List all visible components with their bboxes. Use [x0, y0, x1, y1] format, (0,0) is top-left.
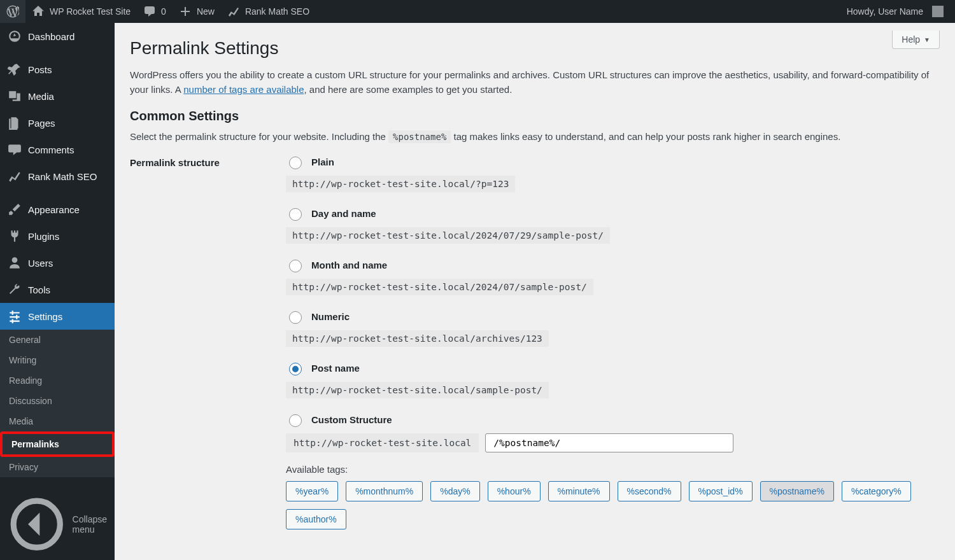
option-label[interactable]: Numeric — [311, 311, 350, 322]
tag-category[interactable]: %category% — [842, 481, 911, 501]
sidebar-item-rankmath[interactable]: Rank Math SEO — [0, 163, 115, 190]
sample-post-name: http://wp-rocket-test-site.local/sample-… — [286, 382, 549, 398]
postname-tag-code: %postname% — [388, 130, 451, 143]
sidebar-item-plugins[interactable]: Plugins — [0, 223, 115, 249]
option-custom: Custom Structure http://wp-rocket-test-s… — [286, 412, 940, 529]
tag-author[interactable]: %author% — [286, 509, 346, 529]
sidebar-item-users[interactable]: Users — [0, 249, 115, 276]
option-label[interactable]: Custom Structure — [311, 414, 392, 425]
home-icon — [32, 5, 45, 18]
help-label: Help — [902, 34, 920, 45]
rankmath-menu[interactable]: Rank Math SEO — [221, 0, 316, 23]
user-icon — [8, 256, 22, 270]
admin-sidebar: Dashboard Posts Media Pages Comments Ran… — [0, 23, 115, 560]
tag-year[interactable]: %year% — [286, 481, 338, 501]
admin-top-bar: WP Rocket Test Site 0 New Rank Math SEO … — [0, 0, 955, 23]
settings-submenu: General Writing Reading Discussion Media… — [0, 330, 115, 477]
custom-structure-input[interactable] — [485, 433, 733, 452]
tag-hour[interactable]: %hour% — [488, 481, 541, 501]
page-title: Permalink Settings — [130, 38, 940, 59]
collapse-icon — [8, 495, 66, 554]
dashboard-icon — [8, 29, 22, 43]
radio-plain[interactable] — [289, 157, 302, 169]
sample-plain: http://wp-rocket-test-site.local/?p=123 — [286, 176, 515, 192]
site-name-menu[interactable]: WP Rocket Test Site — [25, 0, 137, 23]
submenu-discussion[interactable]: Discussion — [0, 391, 115, 411]
option-numeric: Numeric http://wp-rocket-test-site.local… — [286, 309, 940, 347]
sidebar-item-pages[interactable]: Pages — [0, 109, 115, 136]
chart-icon — [8, 169, 22, 183]
radio-numeric[interactable] — [289, 311, 302, 324]
custom-prefix: http://wp-rocket-test-site.local — [286, 433, 479, 452]
wp-logo-menu[interactable] — [0, 0, 25, 23]
sidebar-label: Comments — [28, 144, 74, 155]
new-label: New — [197, 6, 215, 17]
sidebar-label: Posts — [28, 64, 52, 75]
submenu-reading[interactable]: Reading — [0, 370, 115, 391]
tag-postname[interactable]: %postname% — [760, 481, 834, 501]
help-tab[interactable]: Help ▼ — [892, 31, 940, 49]
sidebar-label: Rank Math SEO — [28, 171, 97, 182]
radio-post-name[interactable] — [289, 363, 302, 375]
new-content-menu[interactable]: New — [173, 0, 221, 23]
available-tags-label: Available tags: — [286, 464, 940, 475]
submenu-general[interactable]: General — [0, 330, 115, 350]
sidebar-item-appearance[interactable]: Appearance — [0, 196, 115, 223]
option-day-name: Day and name http://wp-rocket-test-site.… — [286, 206, 940, 244]
wrench-icon — [8, 283, 22, 297]
option-label[interactable]: Day and name — [311, 208, 376, 219]
common-settings-heading: Common Settings — [130, 109, 940, 123]
content-area: Help ▼ Permalink Settings WordPress offe… — [115, 23, 955, 560]
page-icon — [8, 116, 22, 130]
tag-monthnum[interactable]: %monthnum% — [346, 481, 423, 501]
option-post-name: Post name http://wp-rocket-test-site.loc… — [286, 361, 940, 398]
tag-post-id[interactable]: %post_id% — [689, 481, 753, 501]
chart-icon — [227, 5, 240, 18]
sidebar-label: Users — [28, 258, 53, 269]
sidebar-label: Tools — [28, 284, 50, 295]
tag-day[interactable]: %day% — [430, 481, 479, 501]
radio-month-name[interactable] — [289, 260, 302, 272]
submenu-media[interactable]: Media — [0, 411, 115, 431]
sidebar-label: Pages — [28, 118, 55, 129]
media-icon — [8, 89, 22, 103]
collapse-label: Collapse menu — [73, 514, 107, 535]
common-settings-description: Select the permalink structure for your … — [130, 131, 940, 142]
comments-menu[interactable]: 0 — [137, 0, 173, 23]
option-label[interactable]: Month and name — [311, 260, 387, 270]
sidebar-item-dashboard[interactable]: Dashboard — [0, 23, 115, 50]
option-label[interactable]: Plain — [311, 157, 334, 167]
sidebar-label: Plugins — [28, 231, 59, 242]
sample-month-name: http://wp-rocket-test-site.local/2024/07… — [286, 279, 593, 295]
tag-minute[interactable]: %minute% — [548, 481, 610, 501]
collapse-menu-button[interactable]: Collapse menu — [0, 489, 115, 560]
sliders-icon — [8, 309, 22, 323]
sample-numeric: http://wp-rocket-test-site.local/archive… — [286, 330, 549, 347]
sidebar-item-tools[interactable]: Tools — [0, 276, 115, 303]
sidebar-label: Settings — [28, 311, 62, 322]
sidebar-item-media[interactable]: Media — [0, 83, 115, 109]
sidebar-label: Dashboard — [28, 31, 74, 42]
sample-day-name: http://wp-rocket-test-site.local/2024/07… — [286, 227, 610, 244]
brush-icon — [8, 202, 22, 216]
sidebar-item-settings[interactable]: Settings — [0, 303, 115, 330]
plug-icon — [8, 229, 22, 243]
sidebar-item-posts[interactable]: Posts — [0, 56, 115, 83]
submenu-privacy[interactable]: Privacy — [0, 457, 115, 477]
tag-second[interactable]: %second% — [618, 481, 681, 501]
radio-custom[interactable] — [289, 414, 302, 427]
plus-icon — [179, 5, 192, 18]
structure-label: Permalink structure — [130, 155, 286, 168]
sidebar-item-comments[interactable]: Comments — [0, 136, 115, 163]
avatar-icon — [932, 6, 944, 17]
rankmath-label: Rank Math SEO — [245, 6, 309, 17]
available-tags-list: %year% %monthnum% %day% %hour% %minute% … — [286, 481, 940, 529]
submenu-permalinks[interactable]: Permalinks — [0, 431, 115, 457]
tags-link[interactable]: number of tags are available — [183, 84, 304, 95]
submenu-writing[interactable]: Writing — [0, 350, 115, 370]
pin-icon — [8, 62, 22, 76]
option-month-name: Month and name http://wp-rocket-test-sit… — [286, 258, 940, 295]
radio-day-name[interactable] — [289, 208, 302, 221]
my-account-menu[interactable]: Howdy, User Name — [840, 0, 950, 23]
option-label[interactable]: Post name — [311, 363, 360, 374]
